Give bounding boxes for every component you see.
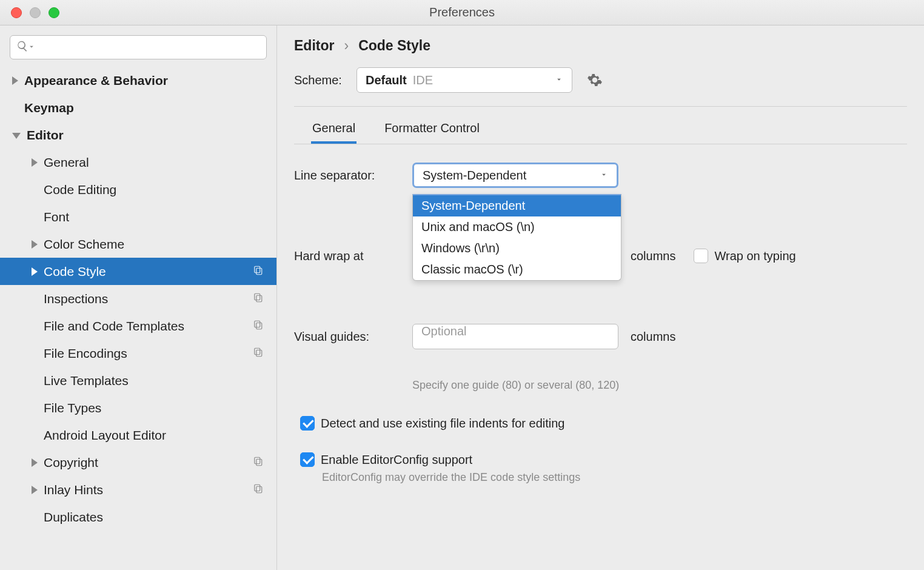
profile-icon [252, 483, 263, 497]
breadcrumb-parent[interactable]: Editor [294, 38, 334, 54]
chevron-down-icon [600, 169, 608, 182]
tree-item-label: Appearance & Behavior [24, 73, 168, 88]
tree-item-label: File Encodings [44, 346, 127, 361]
scheme-actions-button[interactable] [587, 72, 603, 88]
dropdown-option[interactable]: Windows (\r\n) [413, 238, 621, 259]
chevron-down-icon[interactable] [12, 133, 21, 139]
svg-rect-6 [255, 348, 260, 355]
tree-item-keymap[interactable]: Keymap [0, 94, 276, 121]
tree-item-editor[interactable]: Editor [0, 121, 276, 149]
profile-icon [252, 319, 263, 334]
window-controls [11, 7, 59, 18]
tree-item-android-layout-editor[interactable]: Android Layout Editor [0, 421, 276, 449]
minimize-window-button[interactable] [30, 7, 41, 18]
tree-item-label: File Types [44, 401, 101, 415]
search-history-icon [27, 41, 36, 54]
editorconfig-hint: EditorConfig may override the IDE code s… [322, 471, 580, 483]
tree-item-label: Code Style [44, 264, 106, 279]
tree-item-file-and-code-templates[interactable]: File and Code Templates [0, 312, 276, 340]
svg-rect-5 [256, 323, 262, 329]
detect-indents-label: Detect and use existing file indents for… [321, 417, 564, 431]
svg-rect-1 [256, 268, 262, 275]
tree-item-live-templates[interactable]: Live Templates [0, 367, 276, 394]
scheme-badge: IDE [413, 73, 433, 87]
tree-item-code-editing[interactable]: Code Editing [0, 176, 276, 203]
hard-wrap-label: Hard wrap at [294, 249, 412, 263]
close-window-button[interactable] [11, 7, 22, 18]
profile-icon [252, 455, 263, 470]
chevron-right-icon[interactable] [32, 486, 38, 494]
line-separator-value: System-Dependent [423, 169, 526, 183]
tree-item-label: Color Scheme [44, 237, 124, 252]
tree-item-copyright[interactable]: Copyright [0, 449, 276, 476]
hard-wrap-unit: columns [631, 249, 675, 263]
wrap-on-typing-label: Wrap on typing [714, 249, 795, 263]
settings-content: Editor › Code Style Scheme: Default IDE … [277, 25, 924, 570]
tree-item-label: Code Editing [44, 183, 116, 197]
line-separator-dropdown-list[interactable]: System-DependentUnix and macOS (\n)Windo… [412, 194, 621, 281]
tree-item-label: Font [44, 210, 69, 224]
svg-rect-0 [255, 266, 260, 273]
svg-rect-7 [256, 350, 262, 357]
scheme-dropdown[interactable]: Default IDE [357, 67, 572, 93]
zoom-window-button[interactable] [49, 7, 59, 18]
tree-item-inspections[interactable]: Inspections [0, 285, 276, 312]
preferences-sidebar: Appearance & BehaviorKeymapEditorGeneral… [0, 25, 277, 570]
tab-formatter-control[interactable]: Formatter Control [383, 113, 481, 144]
chevron-right-icon[interactable] [12, 76, 18, 85]
tree-item-label: File and Code Templates [44, 319, 184, 334]
settings-tree: Appearance & BehaviorKeymapEditorGeneral… [0, 67, 276, 531]
chevron-right-icon[interactable] [32, 267, 38, 276]
detect-indents-checkbox[interactable] [300, 416, 315, 431]
tree-item-appearance-behavior[interactable]: Appearance & Behavior [0, 67, 276, 94]
divider [294, 106, 907, 107]
chevron-down-icon [555, 73, 563, 87]
profile-icon [252, 292, 263, 306]
profile-icon [252, 264, 263, 279]
editorconfig-label: Enable EditorConfig support [321, 453, 472, 467]
tree-item-label: Inlay Hints [44, 483, 103, 497]
tab-general[interactable]: General [311, 113, 357, 144]
scheme-value: Default [366, 73, 407, 87]
tab-bar: GeneralFormatter Control [294, 113, 907, 144]
tree-item-label: Duplicates [44, 510, 103, 525]
tree-item-code-style[interactable]: Code Style [0, 258, 276, 285]
visual-guides-hint: Specify one guide (80) or several (80, 1… [412, 379, 619, 391]
chevron-right-icon[interactable] [32, 158, 38, 167]
visual-guides-unit: columns [631, 330, 675, 344]
search-input[interactable] [10, 35, 267, 59]
tree-item-general[interactable]: General [0, 149, 276, 176]
visual-guides-label: Visual guides: [294, 330, 412, 344]
svg-rect-10 [255, 485, 260, 491]
window-title: Preferences [429, 5, 495, 19]
scheme-label: Scheme: [294, 73, 342, 87]
chevron-right-icon[interactable] [32, 458, 38, 467]
profile-icon [252, 346, 263, 361]
breadcrumb-separator-icon: › [344, 38, 349, 54]
chevron-right-icon[interactable] [32, 240, 38, 249]
tree-item-file-types[interactable]: File Types [0, 394, 276, 421]
titlebar: Preferences [0, 0, 924, 25]
svg-rect-11 [256, 486, 262, 493]
tree-item-font[interactable]: Font [0, 203, 276, 230]
tree-item-label: Keymap [24, 101, 74, 115]
tree-item-duplicates[interactable]: Duplicates [0, 503, 276, 531]
tree-item-color-scheme[interactable]: Color Scheme [0, 230, 276, 258]
dropdown-option[interactable]: Unix and macOS (\n) [413, 216, 621, 238]
dropdown-option[interactable]: System-Dependent [413, 195, 621, 216]
search-icon [16, 40, 28, 55]
line-separator-dropdown[interactable]: System-Dependent [412, 163, 618, 188]
tree-item-label: Editor [27, 128, 64, 142]
tree-item-inlay-hints[interactable]: Inlay Hints [0, 476, 276, 503]
tree-item-file-encodings[interactable]: File Encodings [0, 340, 276, 367]
tree-item-label: Copyright [44, 455, 98, 470]
dropdown-option[interactable]: Classic macOS (\r) [413, 259, 621, 280]
tree-item-label: Live Templates [44, 374, 129, 388]
tree-item-label: General [44, 155, 89, 170]
wrap-on-typing-checkbox[interactable] [694, 249, 708, 263]
editorconfig-checkbox[interactable] [300, 452, 315, 467]
tree-item-label: Inspections [44, 292, 108, 306]
line-separator-label: Line separator: [294, 169, 412, 183]
visual-guides-input[interactable]: Optional [412, 324, 618, 349]
svg-rect-8 [255, 457, 260, 464]
